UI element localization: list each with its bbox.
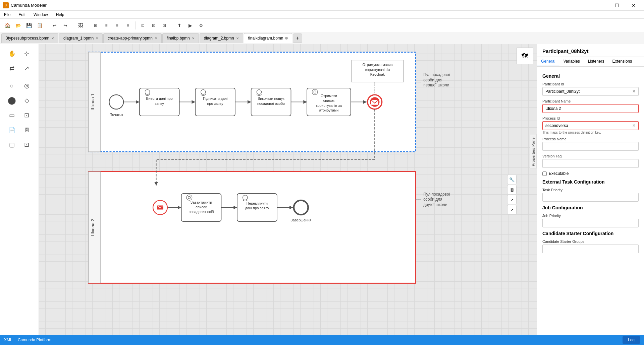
properties-header: Participant_08hi2yt	[537, 44, 644, 57]
tab-diagram1[interactable]: diagram_1.bpmn ✕	[59, 33, 103, 43]
toolbar-distribute1[interactable]: ⊡	[138, 21, 148, 30]
toolbar-align2[interactable]: ≡	[102, 21, 111, 30]
section-external-task-title: External Task Configuration	[542, 179, 639, 185]
tab-close-diagram1[interactable]: ✕	[96, 37, 98, 40]
field-job-priority	[542, 219, 639, 227]
toolbar-distribute2[interactable]: ⊡	[149, 21, 158, 30]
menu-edit[interactable]: Edit	[16, 12, 28, 18]
menu-file[interactable]: File	[1, 12, 13, 18]
label-participant-id: Participant Id	[542, 82, 639, 86]
tab-listeners[interactable]: Listeners	[584, 57, 608, 66]
svg-text:другої школи: другої школи	[423, 202, 447, 207]
menu-help[interactable]: Help	[53, 12, 67, 18]
executable-label: Executable	[549, 171, 569, 176]
toolbar-redo[interactable]: ↪	[61, 21, 70, 30]
menu-window[interactable]: Window	[31, 12, 51, 18]
properties-content: General Participant Id ✕ Participant Nam…	[537, 67, 644, 335]
toolbar-align3[interactable]: ≡	[112, 21, 122, 30]
tab-general[interactable]: General	[537, 57, 559, 66]
intermediate-event-btn[interactable]: ◎	[20, 79, 34, 92]
input-job-priority[interactable]	[543, 219, 638, 227]
bpmn-diagram[interactable]: Школа 1 Пул посадової особи для першої ш…	[39, 44, 537, 335]
svg-text:Виконати пошук: Виконати пошук	[258, 96, 284, 100]
toolbar-distribute3[interactable]: ⊡	[160, 21, 169, 30]
minimize-button[interactable]: —	[592, 0, 608, 11]
svg-text:Пул посадової: Пул посадової	[423, 72, 450, 77]
input-task-priority[interactable]	[543, 193, 638, 201]
toolbar-save[interactable]: 💾	[24, 21, 34, 30]
task-btn[interactable]: ⬤	[5, 94, 19, 107]
maximize-button[interactable]: ☐	[609, 0, 625, 11]
field-process-id: ✕	[542, 121, 639, 130]
toolbar-home[interactable]: 🏠	[3, 21, 12, 30]
subprocess-btn[interactable]: ▭	[5, 109, 19, 122]
svg-text:Завантажити: Завантажити	[191, 200, 212, 204]
toolbar: 🏠 📂 💾 📋 ↩ ↪ 🖼 ⊞ ≡ ≡ ≡ ⊡ ⊡ ⊡ ⬆ ▶ ⚙	[0, 19, 644, 32]
tab-3typessubprocess[interactable]: 3typessubprocess.bpmn ✕	[1, 33, 58, 43]
tab-extensions[interactable]: Extensions	[608, 57, 636, 66]
sep2	[73, 21, 73, 29]
process-id-hint: This maps to the process definition key.	[542, 131, 639, 134]
lasso-tool-btn[interactable]: ⊹	[20, 47, 34, 60]
clear-process-id[interactable]: ✕	[630, 122, 638, 129]
tab-variables[interactable]: Variables	[559, 57, 584, 66]
tab-close-3typessubprocess[interactable]: ✕	[51, 37, 54, 40]
input-participant-name[interactable]	[543, 105, 638, 113]
log-button[interactable]: Log	[623, 336, 640, 344]
toolbar-run[interactable]: ▶	[185, 21, 195, 30]
toolbar-open[interactable]: 📂	[13, 21, 23, 30]
data-store-btn[interactable]: 🗄	[20, 123, 34, 137]
data-object-btn[interactable]: 📄	[5, 123, 19, 137]
app-logo: C	[3, 2, 9, 8]
input-participant-id[interactable]	[543, 87, 630, 95]
participant-btn[interactable]: ▢	[5, 138, 19, 151]
svg-text:дані про заяву: дані про заяву	[245, 206, 269, 210]
tab-label-diagram2: diagram_2.bpmn	[204, 36, 234, 41]
tab-close-finalbp[interactable]: ✕	[192, 37, 195, 40]
tab-create-app[interactable]: create-app-primary.bpmn ✕	[103, 33, 162, 43]
tab-finalkdiagram[interactable]: finalkdiagram.bpmn	[244, 33, 292, 43]
tab-close-create-app[interactable]: ✕	[155, 37, 157, 40]
window-controls: — ☐ ✕	[592, 0, 641, 11]
svg-text:Переглянути: Переглянути	[247, 201, 268, 205]
executable-checkbox[interactable]	[542, 171, 547, 176]
clear-participant-id[interactable]: ✕	[630, 88, 638, 95]
tab-add-button[interactable]: +	[293, 33, 302, 43]
toolbar-export[interactable]: ⬆	[175, 21, 184, 30]
executable-checkbox-row: Executable	[542, 171, 639, 176]
toolbar-align1[interactable]: ⊞	[91, 21, 100, 30]
svg-text:Отримати: Отримати	[321, 94, 337, 98]
input-candidate-groups[interactable]	[543, 245, 638, 253]
tab-diagram2[interactable]: diagram_2.bpmn ✕	[200, 33, 243, 43]
toolbar-settings[interactable]: ⚙	[196, 21, 206, 30]
sep5	[172, 21, 172, 29]
toolbar-align4[interactable]: ≡	[123, 21, 132, 30]
left-toolbar: ✋ ⊹ ⇄ ↗ ○ ◎ ⬤ ◇ ▭ ⊡ 📄 🗄 ▢ ⊡	[0, 44, 39, 335]
field-task-priority	[542, 193, 639, 202]
hand-tool-btn[interactable]: ✋	[5, 47, 19, 60]
input-process-id[interactable]	[543, 122, 630, 130]
canvas[interactable]: 🗺 🔧 🗑 ↗ ↗ Школа 1 Пул посадової особи дл…	[39, 44, 537, 335]
toolbar-save-as[interactable]: 📋	[35, 21, 44, 30]
toolbar-undo[interactable]: ↩	[50, 21, 59, 30]
field-candidate-groups	[542, 245, 639, 253]
start-event-btn[interactable]: ○	[5, 79, 19, 92]
input-process-name[interactable]	[543, 142, 638, 150]
tab-label-3typessubprocess: 3typessubprocess.bpmn	[6, 36, 49, 41]
status-xml[interactable]: XML Camunda Platform	[4, 338, 51, 342]
input-version-tag[interactable]	[543, 159, 638, 167]
properties-tabs: General Variables Listeners Extensions	[537, 57, 644, 67]
connect-tool-btn[interactable]: ↗	[20, 62, 34, 75]
svg-rect-7	[88, 171, 415, 283]
svg-text:Початок: Початок	[110, 113, 123, 117]
space-tool-btn[interactable]: ⇄	[5, 62, 19, 75]
toolbar-insert-img[interactable]: 🖼	[76, 21, 85, 30]
field-participant-name	[542, 104, 639, 113]
group-btn[interactable]: ⊡	[20, 138, 34, 151]
svg-text:першої школи: першої школи	[423, 83, 449, 87]
gateway-btn[interactable]: ◇	[20, 94, 34, 107]
tab-finalbp[interactable]: finalbp.bpmn ✕	[162, 33, 199, 43]
close-button[interactable]: ✕	[626, 0, 641, 11]
tab-close-diagram2[interactable]: ✕	[236, 37, 239, 40]
callactivity-btn[interactable]: ⊡	[20, 109, 34, 122]
